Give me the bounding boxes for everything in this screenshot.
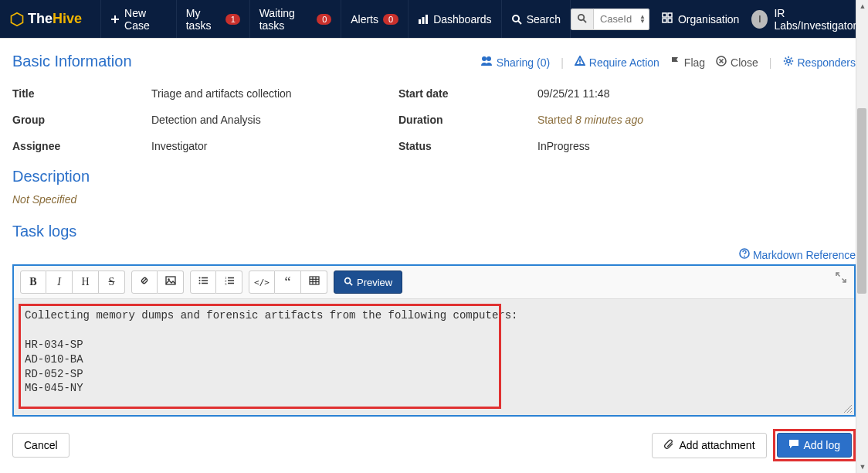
preview-button[interactable]: Preview	[334, 271, 402, 294]
divider: |	[561, 56, 564, 69]
label-assignee: Assignee	[12, 140, 151, 152]
nav-label: New Case	[124, 7, 167, 32]
quote-icon: “	[285, 274, 291, 291]
svg-rect-44	[310, 277, 319, 284]
scroll-up-icon[interactable]: ▲	[856, 0, 868, 12]
tb-bold[interactable]: B	[20, 271, 46, 294]
svg-point-33	[199, 280, 201, 281]
table-icon	[309, 275, 320, 289]
users-icon	[480, 56, 493, 69]
resize-handle-icon[interactable]	[842, 403, 853, 413]
action-flag[interactable]: Flag	[670, 56, 705, 69]
nav-user[interactable]: I IR Labs/Investigator	[751, 7, 859, 32]
svg-line-5	[518, 21, 521, 24]
expand-icon[interactable]	[836, 272, 846, 285]
nav-items: New Case My tasks 1 Waiting tasks 0 Aler…	[100, 0, 571, 38]
svg-point-31	[168, 278, 169, 280]
logo[interactable]: TheHive	[9, 11, 82, 27]
action-close[interactable]: Close	[716, 56, 758, 69]
svg-rect-30	[166, 277, 175, 284]
svg-rect-9	[668, 13, 672, 17]
tb-link[interactable]	[131, 271, 158, 294]
nav-label: Search	[527, 13, 561, 26]
svg-marker-0	[12, 12, 23, 26]
svg-point-19	[786, 60, 789, 63]
warning-icon	[575, 56, 585, 69]
flag-icon	[670, 56, 680, 69]
divider: |	[769, 56, 772, 69]
value-status: InProgress	[537, 140, 856, 152]
svg-line-24	[785, 58, 786, 60]
svg-point-29	[744, 256, 745, 257]
tb-ol[interactable]: 123	[216, 271, 242, 294]
action-require-action[interactable]: Require Action	[575, 56, 659, 69]
nav-search[interactable]: Search	[502, 0, 571, 38]
cancel-button[interactable]: Cancel	[12, 433, 70, 458]
add-attachment-button[interactable]: Add attachment	[652, 433, 766, 458]
tb-italic[interactable]: I	[46, 271, 73, 294]
plus-icon	[110, 14, 120, 25]
nav-waiting-tasks[interactable]: Waiting tasks 0	[250, 0, 342, 38]
label-group: Group	[12, 114, 151, 126]
badge: 0	[317, 14, 331, 25]
svg-rect-3	[426, 15, 428, 24]
scroll-thumb[interactable]	[857, 108, 866, 294]
svg-point-4	[513, 15, 519, 22]
nav-label: Waiting tasks	[259, 7, 312, 32]
add-log-button[interactable]: Add log	[777, 433, 852, 458]
nav-my-tasks[interactable]: My tasks 1	[177, 0, 250, 38]
badge: 0	[383, 14, 398, 25]
tb-code[interactable]: </>	[249, 271, 275, 294]
nav-new-case[interactable]: New Case	[100, 0, 177, 38]
scroll-down-icon[interactable]: ▼	[856, 461, 868, 473]
section-task-logs: Task logs	[12, 223, 856, 240]
section-basic-info: Basic Information	[12, 53, 132, 70]
label-start-date: Start date	[398, 87, 537, 100]
tb-quote[interactable]: “	[275, 271, 301, 294]
markdown-reference-link[interactable]: Markdown Reference	[739, 248, 856, 261]
action-responders[interactable]: Responders	[783, 56, 856, 69]
searchbox-button[interactable]	[571, 9, 594, 30]
scrollbar[interactable]: ▲ ▼	[856, 0, 868, 473]
value-assignee: Investigator	[151, 140, 398, 152]
svg-point-12	[482, 56, 487, 61]
nav-label: Dashboards	[433, 13, 492, 26]
page-content: Basic Information Sharing (0) | Require …	[0, 38, 868, 473]
tb-image[interactable]	[158, 271, 184, 294]
tb-ul[interactable]	[190, 271, 216, 294]
svg-rect-8	[663, 13, 666, 17]
nav-right: ▲▼ Organisation I IR Labs/Investigator	[571, 7, 859, 32]
editor-textarea[interactable]: Collecting memory dumps and forensic art…	[14, 299, 854, 415]
nav-dashboards[interactable]: Dashboards	[409, 0, 502, 38]
value-title: Triage and artifacts collection	[151, 87, 398, 100]
svg-line-27	[785, 63, 786, 65]
section-description: Description	[12, 168, 856, 185]
close-circle-icon	[716, 56, 727, 69]
svg-point-49	[345, 277, 351, 283]
tb-table[interactable]	[301, 271, 327, 294]
list-ul-icon	[198, 275, 209, 289]
action-sharing[interactable]: Sharing (0)	[480, 56, 550, 69]
searchbox-input[interactable]	[594, 9, 649, 30]
barchart-icon	[418, 14, 429, 25]
svg-line-25	[790, 63, 792, 65]
value-duration: Started 8 minutes ago	[537, 114, 856, 126]
svg-rect-1	[419, 19, 421, 24]
gear-icon	[783, 56, 794, 69]
svg-rect-11	[668, 19, 672, 22]
tb-heading[interactable]: H	[73, 271, 99, 294]
svg-line-50	[350, 282, 352, 284]
grid-icon	[662, 12, 673, 26]
link-icon	[139, 275, 150, 289]
nav-organisation[interactable]: Organisation	[662, 12, 739, 26]
searchbox: ▲▼	[571, 9, 649, 30]
search-icon	[344, 277, 353, 288]
hive-logo-icon	[9, 12, 25, 27]
svg-line-26	[790, 58, 792, 60]
logo-text: TheHive	[28, 11, 82, 27]
value-group: Detection and Analysis	[151, 114, 398, 126]
svg-point-34	[199, 283, 201, 284]
tb-strike[interactable]: S	[99, 271, 125, 294]
svg-point-32	[199, 277, 201, 279]
nav-alerts[interactable]: Alerts 0	[341, 0, 409, 38]
